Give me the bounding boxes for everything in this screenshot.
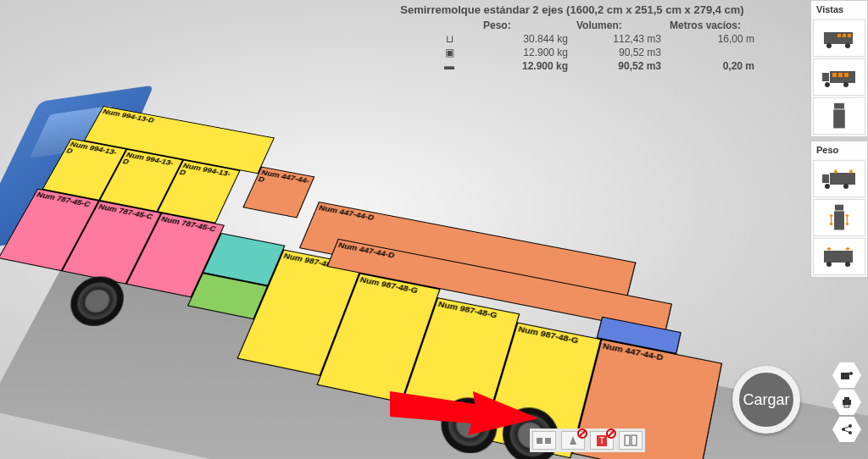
right-sidebar: Vistas Peso <box>810 0 868 459</box>
cargo-box: Num 447-44-D <box>242 167 314 218</box>
top-view-button[interactable] <box>813 97 865 135</box>
svg-rect-25 <box>844 73 849 77</box>
peso-section: Peso <box>810 141 868 278</box>
row2-peso: 12.900 kg <box>483 47 568 58</box>
axle-weight-button[interactable] <box>813 160 865 197</box>
vistas-section: Vistas <box>810 0 868 137</box>
side-weight-button[interactable] <box>813 238 865 275</box>
svg-rect-18 <box>848 34 851 37</box>
side-view-button[interactable] <box>813 58 865 96</box>
col-peso: Peso: <box>483 19 568 31</box>
svg-rect-16 <box>837 34 841 37</box>
svg-rect-35 <box>834 211 844 230</box>
svg-rect-30 <box>822 174 829 183</box>
top-weight-button[interactable] <box>813 199 865 236</box>
svg-rect-17 <box>843 34 846 37</box>
col-volumen: Volumen: <box>576 19 661 31</box>
svg-point-33 <box>843 184 849 189</box>
svg-rect-31 <box>830 173 855 185</box>
bottom-toolbar: T <box>530 429 645 452</box>
stats-table: Peso: Volumen: Metros vacíos: ⊔ 30.844 k… <box>390 19 754 72</box>
split-view-button[interactable] <box>619 431 643 450</box>
cargar-label: Cargar <box>743 391 789 409</box>
svg-rect-34 <box>835 205 843 211</box>
no-weight-button[interactable] <box>561 431 585 450</box>
no-text-button[interactable]: T <box>590 431 614 450</box>
svg-rect-29 <box>833 109 845 128</box>
red-arrow-annotation <box>390 383 542 442</box>
row1-vol: 112,43 m3 <box>576 33 661 45</box>
svg-rect-4 <box>632 435 637 445</box>
container-empty-icon: ▣ <box>424 47 475 58</box>
svg-rect-23 <box>832 73 837 77</box>
svg-rect-28 <box>834 103 844 109</box>
svg-marker-0 <box>390 391 538 435</box>
trailer-title: Semirremolque estándar 2 ejes (1600,2 cm… <box>390 3 754 16</box>
svg-point-26 <box>825 82 830 87</box>
svg-rect-24 <box>838 73 843 77</box>
svg-rect-36 <box>824 251 853 263</box>
svg-rect-21 <box>822 73 829 81</box>
col-metros: Metros vacíos: <box>670 19 754 31</box>
vistas-label: Vistas <box>811 1 867 18</box>
rear-view-button[interactable] <box>813 19 865 57</box>
svg-rect-1 <box>537 438 542 444</box>
header-info-panel: Semirremolque estándar 2 ejes (1600,2 cm… <box>390 3 754 72</box>
row1-peso: 30.844 kg <box>483 33 568 45</box>
svg-rect-2 <box>545 438 551 444</box>
row2-vol: 90,52 m3 <box>576 47 661 58</box>
svg-point-32 <box>825 184 830 189</box>
truck-pair-button[interactable] <box>532 431 556 450</box>
row1-metros: 16,00 m <box>670 33 754 45</box>
svg-point-27 <box>843 82 849 87</box>
axle-icon: ⊔ <box>424 33 475 45</box>
svg-rect-3 <box>625 435 630 445</box>
svg-point-37 <box>826 262 832 267</box>
3d-viewport[interactable]: Num 994-13-D Num 994-13-D Num 994-13-D N… <box>17 68 737 423</box>
svg-point-19 <box>826 43 832 48</box>
cargar-button[interactable]: Cargar <box>732 366 800 434</box>
svg-point-38 <box>845 262 850 267</box>
svg-point-20 <box>845 43 850 48</box>
peso-label: Peso <box>811 141 867 158</box>
